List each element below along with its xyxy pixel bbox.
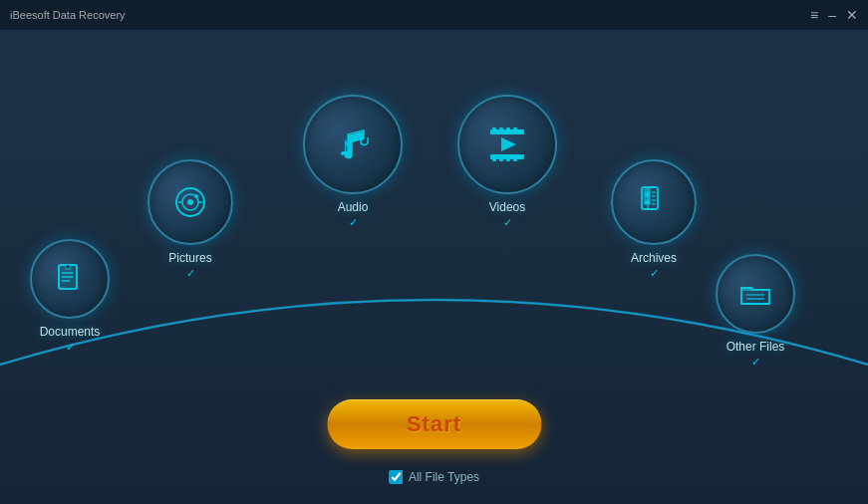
window-controls: ≡ – ✕ — [810, 8, 858, 22]
videos-icon — [459, 97, 555, 192]
pictures-check: ✓ — [186, 267, 195, 280]
documents-label: Documents — [40, 325, 101, 339]
menu-button[interactable]: ≡ — [810, 8, 818, 22]
archives-label: Archives — [631, 251, 677, 265]
main-content: Documents ✓ Pictures ✓ — [0, 30, 868, 504]
audio-circle: ♪ — [303, 95, 403, 194]
documents-icon — [32, 241, 108, 317]
documents-check: ✓ — [66, 341, 75, 354]
file-item-videos[interactable]: Videos ✓ — [457, 95, 557, 229]
svg-rect-17 — [506, 127, 510, 131]
audio-icon: ♪ — [305, 97, 401, 192]
other-icon — [718, 256, 793, 332]
svg-rect-21 — [506, 157, 510, 161]
file-item-archives[interactable]: Archives ✓ — [611, 159, 697, 280]
minimize-button[interactable]: – — [828, 8, 836, 22]
svg-rect-18 — [513, 127, 517, 131]
archives-check: ✓ — [650, 267, 659, 280]
videos-check: ✓ — [503, 216, 512, 229]
svg-rect-15 — [492, 127, 496, 131]
svg-point-8 — [187, 199, 193, 205]
svg-rect-27 — [645, 193, 650, 196]
file-item-documents[interactable]: Documents ✓ — [30, 239, 110, 354]
all-file-types-label[interactable]: All File Types — [409, 470, 479, 484]
videos-circle — [457, 95, 557, 194]
app-title: iBeesoft Data Recovery — [10, 9, 126, 21]
svg-rect-26 — [645, 189, 650, 192]
pictures-circle — [147, 159, 233, 245]
pictures-label: Pictures — [168, 251, 211, 265]
archives-circle — [611, 159, 697, 245]
svg-point-9 — [194, 194, 198, 198]
videos-label: Videos — [489, 200, 525, 214]
svg-marker-23 — [501, 137, 516, 151]
svg-rect-22 — [513, 157, 517, 161]
title-bar: iBeesoft Data Recovery ≡ – ✕ — [0, 0, 868, 30]
file-item-pictures[interactable]: Pictures ✓ — [147, 159, 233, 280]
all-file-types-row: All File Types — [389, 470, 479, 484]
start-button[interactable]: Start — [327, 399, 541, 449]
svg-rect-20 — [499, 157, 503, 161]
file-item-other[interactable]: Other Files ✓ — [716, 254, 795, 369]
svg-rect-29 — [645, 201, 650, 204]
svg-rect-28 — [645, 197, 650, 200]
other-label: Other Files — [726, 340, 785, 354]
archives-icon — [613, 161, 695, 243]
svg-rect-19 — [492, 157, 496, 161]
close-button[interactable]: ✕ — [846, 8, 858, 22]
other-circle — [716, 254, 795, 334]
file-item-audio[interactable]: ♪ Audio ✓ — [303, 95, 403, 229]
other-check: ✓ — [751, 356, 760, 369]
all-file-types-checkbox[interactable] — [389, 470, 403, 484]
audio-check: ✓ — [349, 216, 358, 229]
start-button-container: Start — [327, 399, 541, 449]
documents-circle — [30, 239, 110, 319]
pictures-icon — [149, 161, 231, 243]
audio-label: Audio — [338, 200, 369, 214]
svg-rect-5 — [66, 265, 70, 269]
svg-rect-16 — [499, 127, 503, 131]
svg-text:♪: ♪ — [338, 130, 352, 161]
